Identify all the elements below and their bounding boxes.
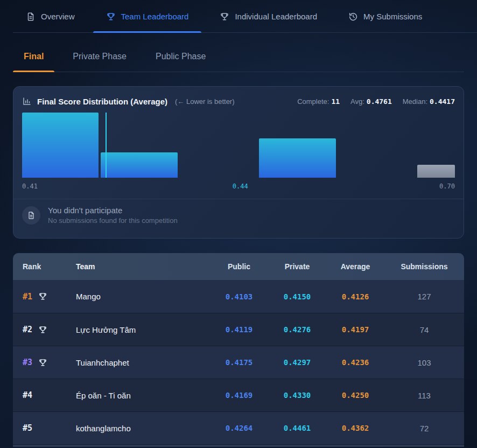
x-axis-label-0-44: 0.44: [233, 183, 248, 190]
submission-count: 127: [384, 292, 464, 301]
rank-badge: #2: [23, 325, 32, 334]
rank-badge: #4: [23, 390, 32, 400]
private-score: 0.4150: [268, 292, 326, 301]
score-distribution-card: Final Score Distribution (Average) (← Lo…: [13, 86, 464, 239]
top-navigation: Overview Team Leaderboard Individual Lea…: [0, 0, 477, 33]
column-header-average: Average: [326, 262, 384, 271]
table-row[interactable]: #1 Mango 0.4103 0.4150 0.4126 127: [13, 280, 464, 313]
private-score: 0.4461: [268, 424, 326, 432]
nav-tab-my-submissions[interactable]: My Submissions: [335, 0, 435, 33]
stat-avg-: Avg:0.4761: [350, 97, 392, 106]
card-title: Final Score Distribution (Average): [37, 97, 167, 106]
phase-tab-private-phase[interactable]: Private Phase: [62, 33, 137, 72]
column-header-team: Team: [76, 262, 210, 271]
rank-badge: #5: [23, 423, 32, 433]
phase-tabs: Final Private Phase Public Phase: [0, 33, 477, 72]
trophy-icon: [220, 12, 229, 22]
table-row[interactable]: #2 Lực Hưởng Tâm 0.4119 0.4276 0.4197 74: [13, 313, 464, 346]
score-histogram: [22, 113, 455, 178]
median-marker-line: [106, 113, 107, 178]
nav-tab-team-leaderboard[interactable]: Team Leaderboard: [93, 0, 202, 33]
table-header-row: Rank Team Public Private Average Submiss…: [13, 253, 464, 280]
histogram-bar-4: [417, 165, 455, 178]
card-stats: Complete:11 Avg:0.4761 Median:0.4417: [297, 97, 455, 106]
card-header: Final Score Distribution (Average) (← Lo…: [13, 87, 464, 106]
average-score: 0.4126: [326, 292, 384, 301]
public-score: 0.4175: [210, 358, 268, 367]
nav-tab-overview[interactable]: Overview: [13, 0, 88, 33]
empty-state-subtitle: No submissions found for this competitio…: [48, 216, 178, 225]
histogram-bar-3: [259, 138, 336, 178]
rank-badge: #3: [23, 358, 32, 367]
trophy-icon: [38, 292, 47, 301]
public-score: 0.4264: [210, 424, 268, 432]
private-score: 0.4276: [268, 325, 326, 334]
average-score: 0.4197: [326, 325, 384, 334]
public-score: 0.4169: [210, 391, 268, 400]
histogram-bar-2: [101, 152, 178, 178]
trophy-icon: [38, 325, 47, 334]
phase-tab-final[interactable]: Final: [13, 33, 54, 72]
table-row[interactable]: #3 Tuianhchaphet 0.4175 0.4297 0.4236 10…: [13, 346, 464, 379]
lower-is-better-note: (← Lower is better): [175, 97, 235, 106]
rank-badge: #1: [23, 292, 32, 302]
stat-complete-: Complete:11: [297, 97, 340, 106]
empty-state-title: You didn't participate: [48, 206, 178, 215]
table-row[interactable]: #4 Ép oăn - Ti oăn 0.4169 0.4330 0.4250 …: [13, 379, 464, 411]
team-name: kothanglamcho: [76, 424, 210, 433]
private-score: 0.4330: [268, 391, 326, 400]
team-name: Ép oăn - Ti oăn: [76, 391, 210, 400]
average-score: 0.4250: [326, 391, 384, 400]
average-score: 0.4236: [326, 358, 384, 367]
nav-tab-individual-leaderboard[interactable]: Individual Leaderboard: [207, 0, 330, 33]
no-participation-banner: You didn't participate No submissions fo…: [13, 199, 464, 231]
table-row[interactable]: #5 kothanglamcho 0.4264 0.4461 0.4362 72: [13, 411, 464, 444]
team-name: Tuianhchaphet: [76, 358, 210, 367]
team-name: Lực Hưởng Tâm: [76, 325, 210, 334]
bar-chart-icon: [22, 96, 32, 106]
history-icon: [348, 12, 358, 22]
public-score: 0.4103: [210, 292, 268, 301]
phase-tab-public-phase[interactable]: Public Phase: [145, 33, 216, 72]
document-icon: [26, 12, 36, 22]
x-axis-label-0-41: 0.41: [22, 183, 38, 190]
team-name: Mango: [76, 292, 210, 301]
trophy-icon: [106, 12, 116, 22]
column-header-public: Public: [210, 262, 268, 271]
submission-count: 113: [384, 391, 464, 400]
trophy-icon: [38, 358, 47, 367]
column-header-submissions: Submissions: [384, 262, 464, 271]
private-score: 0.4297: [268, 358, 326, 367]
document-icon: [22, 206, 40, 225]
submission-count: 74: [384, 325, 464, 334]
team-leaderboard-table: Rank Team Public Private Average Submiss…: [13, 253, 464, 447]
histogram-bar-1: [22, 113, 99, 178]
submission-count: 72: [384, 424, 464, 433]
column-header-rank: Rank: [23, 262, 76, 271]
x-axis-label-0-70: 0.70: [439, 183, 455, 190]
average-score: 0.4362: [326, 424, 384, 432]
public-score: 0.4119: [210, 325, 268, 334]
histogram-x-axis-labels: 0.410.440.70: [22, 183, 455, 190]
next-row-partial: [13, 444, 464, 447]
submission-count: 103: [384, 358, 464, 367]
stat-median-: Median:0.4417: [403, 97, 455, 106]
column-header-private: Private: [268, 262, 326, 271]
